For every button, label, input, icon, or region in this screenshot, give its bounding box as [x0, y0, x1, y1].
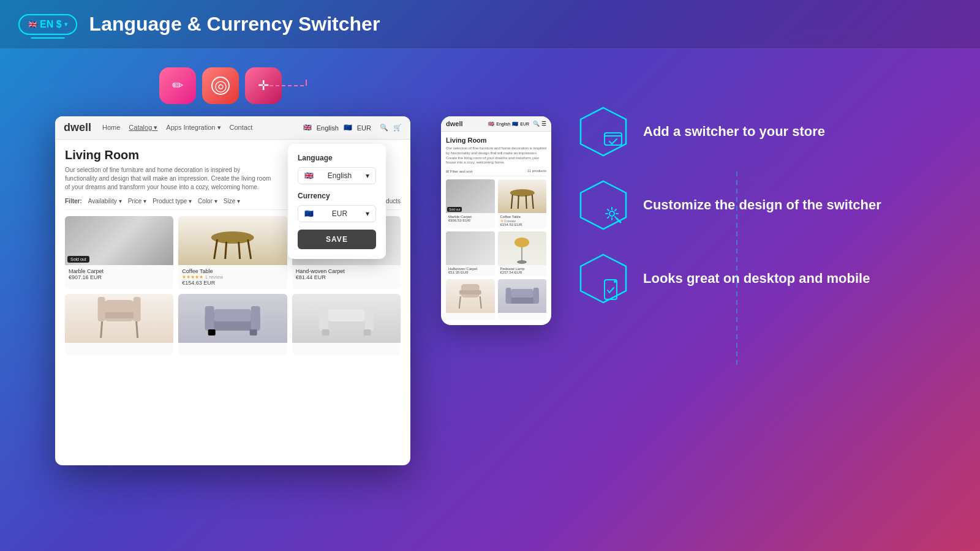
mobile-product-table[interactable]: Coffee Table ★ 1 review €154.53 EUR: [498, 179, 547, 228]
product-image-table: [178, 216, 287, 265]
badge-en-label: EN $: [40, 19, 62, 30]
mobile-product-hallcarpet[interactable]: Hallwoven Carpet €51.35 EUR: [446, 231, 495, 276]
eyedropper-tool-button[interactable]: ✏: [159, 67, 196, 104]
feature-text-responsive: Looks great on desktop and mobile: [643, 270, 870, 288]
feature-title-responsive: Looks great on desktop and mobile: [643, 270, 870, 288]
filter-size[interactable]: Size ▾: [224, 198, 240, 204]
mobile-product-img-chair2: [446, 279, 495, 313]
hexagon-responsive: [576, 251, 631, 306]
feature-add-switcher: Add a switcher to your store: [576, 104, 956, 159]
svg-line-41: [480, 296, 481, 309]
mobile-search-icon[interactable]: 🔍: [533, 121, 540, 127]
mobile-flag-en: 🇬🇧: [488, 121, 494, 127]
mobile-currency-label: EUR: [520, 122, 529, 126]
product-image-marble: Sold out: [65, 216, 173, 265]
svg-line-40: [459, 296, 461, 309]
product-card-marble-carpet[interactable]: Sold out Marble Carpet €907.16 EUR: [65, 216, 173, 289]
language-dropdown[interactable]: 🇬🇧 English ▾: [298, 167, 376, 184]
product-name: [69, 346, 170, 352]
dashed-connector-line: [270, 80, 318, 92]
product-price: €907.16 EUR: [69, 274, 170, 280]
mobile-flag-eu: 🇪🇺: [512, 121, 518, 127]
product-image-sofa: [178, 294, 287, 343]
product-card-sofa-white[interactable]: [292, 294, 401, 355]
svg-rect-22: [208, 329, 216, 335]
svg-rect-26: [364, 306, 374, 331]
mobile-product-img-lamp: [498, 231, 547, 265]
nav-catalog[interactable]: Catalog ▾: [129, 124, 157, 132]
mobile-product-chair[interactable]: [446, 279, 495, 320]
mobile-product-sofa[interactable]: [498, 279, 547, 320]
feature-text-add-switcher: Add a switcher to your store: [643, 123, 825, 141]
nav-search-icon[interactable]: 🔍: [380, 124, 388, 132]
hexagon-shape-2: [577, 179, 630, 231]
nav-contact[interactable]: Contact: [230, 124, 253, 132]
filter-product-type[interactable]: Product type ▾: [153, 198, 192, 204]
svg-rect-13: [101, 312, 138, 318]
nav-currency-label: EUR: [357, 124, 371, 132]
hexagon-shape: [577, 105, 630, 158]
mobile-menu-icon[interactable]: ☰: [541, 121, 546, 127]
lang-currency-popup: Language 🇬🇧 English ▾ Currency 🇪🇺 EUR ▾: [288, 144, 386, 259]
nav-lang-label: English: [317, 124, 339, 132]
eyedropper-icon: ✏: [172, 78, 183, 94]
svg-line-31: [511, 195, 512, 209]
mobile-product-lamp[interactable]: Pedestal Lamp €257.54 EUR: [498, 231, 547, 276]
mobile-product-info: Marble Carpet €906.53 EUR: [446, 213, 495, 224]
svg-rect-15: [134, 297, 141, 321]
living-room-desc: Our selection of fine furniture and home…: [65, 166, 273, 192]
sold-out-badge: Sold out: [67, 256, 89, 263]
lang-switcher-bar: 🇬🇧 English 🇪🇺 EUR 🔍 🛒: [303, 124, 402, 132]
page-title: Language & Currency Switcher: [89, 13, 380, 36]
mobile-product-info: [498, 313, 547, 320]
filter-color[interactable]: Color ▾: [198, 198, 217, 204]
browser-window: dwell Home Catalog ▾ Apps Integration ▾ …: [55, 116, 410, 465]
main-content: ✏ ◎ ✛ dwell Home Catalog ▾ Apps: [0, 49, 980, 551]
language-currency-badge[interactable]: 🇬🇧 EN $ ▾: [18, 14, 77, 35]
feature-title-add-switcher: Add a switcher to your store: [643, 123, 825, 141]
mobile-products-grid: Sold out Marble Carpet €906.53 EUR: [446, 179, 546, 320]
product-card-coffee-table[interactable]: Coffee Table ★★★★★ 1 review €154.63 EUR: [178, 216, 287, 289]
currency-value: EUR: [332, 209, 347, 218]
mobile-product-marble[interactable]: Sold out Marble Carpet €906.53 EUR: [446, 179, 495, 228]
mobile-product-info: Pedestal Lamp €257.54 EUR: [498, 265, 547, 276]
language-section-label: Language: [298, 154, 376, 162]
flag-en-nav-icon: 🇬🇧: [303, 124, 312, 132]
nav-apps[interactable]: Apps Integration ▾: [166, 124, 221, 132]
mobile-product-info: Hallwoven Carpet €51.35 EUR: [446, 265, 495, 276]
svg-rect-45: [511, 289, 533, 298]
mobile-window: dwell 🇬🇧 English 🇪🇺 EUR 🔍 ☰ Living Room …: [441, 116, 551, 325]
nav-home[interactable]: Home: [102, 124, 120, 132]
mobile-product-img-table: [498, 179, 547, 213]
svg-line-51: [617, 219, 620, 222]
move-icon: ✛: [258, 78, 269, 94]
svg-line-17: [137, 321, 138, 338]
mobile-filter-sort[interactable]: ⊞ Filter and sort: [446, 169, 472, 173]
svg-rect-14: [98, 297, 105, 321]
flag-eu-popup-icon: 🇪🇺: [304, 209, 314, 218]
svg-point-35: [514, 238, 529, 247]
currency-dropdown[interactable]: 🇪🇺 EUR ▾: [298, 205, 376, 222]
nav-cart-icon[interactable]: 🛒: [393, 124, 402, 132]
save-button[interactable]: SAVE: [298, 230, 376, 249]
site-logo: dwell: [64, 121, 91, 134]
svg-rect-19: [205, 306, 214, 331]
product-info: [178, 343, 287, 355]
filter-price[interactable]: Price ▾: [128, 198, 147, 204]
flag-en-icon: 🇬🇧: [28, 20, 37, 29]
mobile-product-info: [446, 313, 495, 320]
filter-availability[interactable]: Availability ▾: [88, 198, 122, 204]
product-name: [296, 346, 397, 352]
svg-rect-39: [459, 290, 481, 294]
language-value: English: [328, 171, 352, 180]
svg-rect-28: [322, 329, 329, 335]
svg-rect-44: [533, 288, 538, 304]
target-icon: ◎: [211, 77, 230, 95]
product-info: Coffee Table ★★★★★ 1 review €154.63 EUR: [178, 265, 287, 289]
product-card-sofa-gray[interactable]: [178, 294, 287, 355]
product-name: Hand-woven Carpet: [296, 268, 397, 274]
hexagon-customize: [576, 178, 631, 233]
svg-rect-43: [505, 288, 511, 304]
target-tool-button[interactable]: ◎: [202, 67, 239, 104]
product-card-chair[interactable]: [65, 294, 173, 355]
